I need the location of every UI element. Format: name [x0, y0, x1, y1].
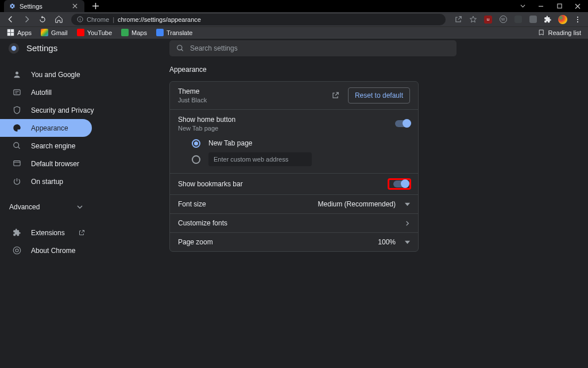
window-minimize-icon[interactable]: [533, 0, 549, 12]
svg-point-17: [16, 249, 18, 252]
search-settings[interactable]: Search settings: [169, 40, 457, 56]
omnibox-url: chrome://settings/appearance: [118, 16, 201, 23]
reading-list-button[interactable]: Reading list: [535, 28, 585, 37]
row-label: Theme: [178, 87, 207, 95]
sidebar-item-label: About Chrome: [31, 247, 75, 255]
theme-row: Theme Just Black Reset to default: [170, 82, 418, 110]
reload-icon[interactable]: [36, 13, 49, 26]
svg-point-2: [577, 16, 578, 17]
bookmark-apps[interactable]: Apps: [3, 28, 35, 37]
search-icon: [176, 44, 184, 52]
shield-icon: [13, 106, 21, 114]
forward-icon[interactable]: [20, 13, 33, 26]
sidebar-item-on-startup[interactable]: On startup: [0, 172, 92, 190]
sidebar-item-about[interactable]: About Chrome: [0, 241, 92, 259]
row-label: Customize fonts: [178, 219, 227, 227]
site-info-icon[interactable]: [77, 16, 83, 22]
page-zoom-row[interactable]: Page zoom 100%: [170, 233, 418, 251]
extensions-puzzle-icon[interactable]: [541, 13, 555, 26]
svg-point-13: [18, 127, 20, 128]
row-value: Just Black: [178, 97, 207, 103]
back-icon[interactable]: [3, 13, 17, 26]
appearance-card: Theme Just Black Reset to default Show h…: [169, 81, 419, 252]
custom-url-input[interactable]: [208, 152, 312, 166]
bookmark-label: Gmail: [51, 29, 68, 36]
dropdown-caret-icon: [405, 202, 410, 207]
ext-badge-ub[interactable]: u: [481, 13, 495, 26]
show-bookmarks-toggle[interactable]: [393, 181, 408, 187]
ext-badge-w[interactable]: W: [496, 13, 510, 26]
sidebar-item-label: Default browser: [31, 160, 79, 168]
svg-rect-15: [14, 161, 20, 166]
profile-avatar[interactable]: [556, 13, 570, 26]
radio-label: New Tab page: [208, 139, 253, 147]
chrome-icon: [13, 246, 21, 255]
sidebar-item-label: Advanced: [9, 203, 40, 211]
font-size-row[interactable]: Font size Medium (Recommended): [170, 195, 418, 214]
share-icon[interactable]: [451, 13, 465, 26]
settings-page: Settings Search settings You and Google …: [0, 39, 588, 368]
sidebar-item-label: Security and Privacy: [31, 106, 94, 114]
sidebar-item-autofill[interactable]: Autofill: [0, 83, 92, 101]
bookmark-label: Translate: [167, 29, 192, 36]
sidebar-item-label: Autofill: [31, 89, 52, 97]
sidebar-item-default-browser[interactable]: Default browser: [0, 155, 92, 172]
reading-list-icon: [538, 29, 546, 36]
bookmarks-bar: Apps Gmail YouTube Maps Translate Readin…: [0, 27, 588, 39]
open-in-store-icon[interactable]: [331, 91, 339, 99]
omnibox[interactable]: Chrome | chrome://settings/appearance: [71, 14, 446, 25]
row-label: Show bookmarks bar: [178, 180, 243, 188]
sidebar-item-search-engine[interactable]: Search engine: [0, 137, 92, 155]
svg-point-14: [14, 143, 19, 148]
kebab-menu-icon[interactable]: [571, 13, 585, 26]
svg-point-12: [18, 126, 19, 127]
ext-badge-generic1[interactable]: [511, 13, 525, 26]
new-tab-button[interactable]: [90, 1, 100, 12]
radio-new-tab[interactable]: New Tab page: [192, 135, 410, 151]
sidebar-item-you-and-google[interactable]: You and Google: [0, 66, 92, 83]
sidebar-item-extensions[interactable]: Extensions: [0, 224, 92, 241]
power-icon: [13, 177, 21, 186]
bookmark-youtube[interactable]: YouTube: [74, 28, 115, 37]
bookmark-star-icon[interactable]: [466, 13, 480, 26]
settings-sidebar: You and Google Autofill Security and Pri…: [0, 57, 92, 368]
tab-close-icon[interactable]: [71, 2, 79, 10]
svg-point-6: [11, 45, 16, 50]
home-icon[interactable]: [52, 13, 65, 26]
omnibox-origin: Chrome: [87, 16, 109, 23]
bookmark-maps[interactable]: Maps: [118, 28, 150, 37]
row-label: Show home button: [178, 116, 235, 124]
window-maximize-icon[interactable]: [551, 0, 567, 12]
row-label: Page zoom: [178, 238, 213, 246]
bookmark-label: Maps: [131, 29, 147, 36]
sidebar-item-appearance[interactable]: Appearance: [0, 119, 92, 137]
customize-fonts-row[interactable]: Customize fonts: [170, 214, 418, 233]
bookmark-label: YouTube: [87, 29, 112, 36]
radio-custom-url[interactable]: [192, 151, 410, 167]
chevron-down-icon[interactable]: [514, 0, 531, 12]
radio-icon: [192, 139, 200, 148]
puzzle-icon: [13, 228, 21, 237]
row-value: New Tab page: [178, 125, 235, 132]
chrome-logo-icon: [8, 43, 20, 54]
row-label: Font size: [178, 200, 206, 208]
window-close-icon[interactable]: [570, 0, 586, 12]
section-title: Appearance: [169, 66, 588, 74]
bookmark-gmail[interactable]: Gmail: [37, 28, 71, 37]
sidebar-item-security[interactable]: Security and Privacy: [0, 101, 92, 119]
page-title: Settings: [26, 43, 57, 53]
reset-to-default-button[interactable]: Reset to default: [348, 87, 410, 103]
show-home-toggle[interactable]: [395, 120, 410, 127]
show-home-row: Show home button New Tab page New Tab pa…: [170, 110, 418, 174]
bookmark-label: Apps: [17, 29, 32, 36]
browser-tab[interactable]: Settings: [4, 0, 84, 12]
sidebar-advanced[interactable]: Advanced: [0, 199, 92, 215]
svg-point-16: [13, 247, 21, 254]
sidebar-item-label: Appearance: [31, 124, 68, 132]
svg-point-3: [577, 18, 578, 20]
bookmark-translate[interactable]: Translate: [153, 28, 196, 37]
person-icon: [13, 70, 21, 79]
ext-badge-generic2[interactable]: [526, 13, 540, 26]
title-bar: Settings: [0, 0, 588, 12]
select-value: Medium (Recommended): [318, 200, 396, 208]
